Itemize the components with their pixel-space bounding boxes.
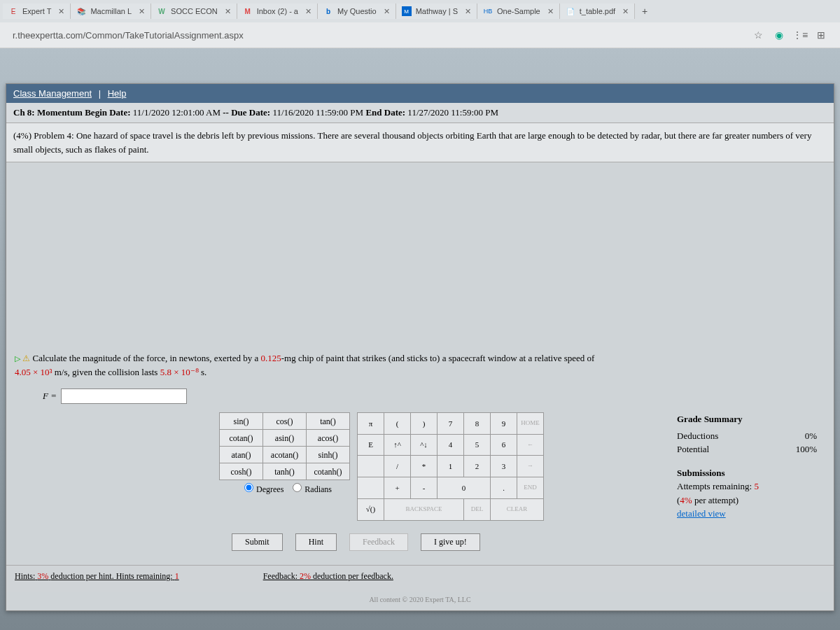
problem-label: (4%) Problem 4: [13, 130, 74, 141]
key-acos[interactable]: acos() [307, 430, 350, 447]
due-date: 11/16/2020 11:59:00 PM [272, 107, 363, 118]
key-tan[interactable]: tan() [307, 413, 350, 430]
key-3[interactable]: 3 [491, 456, 517, 477]
new-tab-button[interactable]: + [635, 3, 654, 20]
close-icon[interactable]: ✕ [58, 7, 64, 16]
q-mid1: -mg chip of paint that strikes (and stic… [281, 353, 595, 363]
key-sin[interactable]: sin() [220, 413, 263, 430]
tab-mathway[interactable]: M Mathway | S ✕ [396, 4, 477, 19]
key-sqrt[interactable]: √() [358, 498, 384, 520]
grammarly-icon[interactable]: ◉ [773, 29, 785, 41]
tab-macmillan[interactable]: 📚 Macmillan L ✕ [71, 4, 151, 19]
chapter-header: Ch 8: Momentum Begin Date: 11/1/2020 12:… [6, 103, 834, 123]
key-sub[interactable]: ^↓ [411, 434, 438, 456]
key-1[interactable]: 1 [438, 456, 464, 477]
key-clear[interactable]: CLEAR [491, 498, 544, 520]
key-atan[interactable]: atan() [220, 447, 263, 463]
class-management-link[interactable]: Class Management [13, 88, 92, 99]
key-mul[interactable]: * [411, 456, 438, 477]
copyright: All content © 2020 Expert TA, LLC [6, 592, 834, 610]
action-row: Submit Hint Feedback I give up! [232, 533, 825, 551]
key-end[interactable]: END [517, 477, 544, 499]
radians-radio[interactable] [293, 483, 302, 492]
key-asin[interactable]: asin() [263, 430, 307, 447]
tab-socc[interactable]: W SOCC ECON ✕ [151, 4, 237, 19]
close-icon[interactable]: ✕ [139, 7, 145, 16]
hint-button[interactable]: Hint [295, 533, 337, 551]
key-home[interactable]: HOME [517, 413, 544, 435]
star-icon[interactable]: ☆ [752, 29, 764, 41]
problem-statement: (4%) Problem 4: One hazard of space trav… [6, 123, 834, 162]
reading-list-icon[interactable]: ⋮≡ [794, 29, 806, 41]
problem-text: One hazard of space travel is the debris… [13, 130, 811, 155]
key-div[interactable]: / [384, 456, 411, 477]
tab-myquestion[interactable]: b My Questio ✕ [318, 4, 396, 19]
key-5[interactable]: 5 [464, 434, 491, 456]
key-acotan[interactable]: acotan() [263, 447, 307, 463]
answer-input[interactable] [61, 388, 187, 404]
key-sup[interactable]: ↑^ [384, 434, 411, 456]
extension-icon[interactable]: ⊞ [815, 29, 827, 41]
close-icon[interactable]: ✕ [465, 7, 471, 16]
key-cosh[interactable]: cosh() [220, 463, 263, 480]
close-icon[interactable]: ✕ [547, 7, 554, 16]
tabs-row: E Expert T ✕ 📚 Macmillan L ✕ W SOCC ECON… [0, 0, 840, 22]
tab-label: My Questio [337, 7, 377, 15]
key-plus[interactable]: + [384, 477, 411, 499]
tab-label: Inbox (2) - a [257, 7, 298, 15]
key-e[interactable]: E [358, 434, 384, 456]
key-left[interactable]: ← [517, 434, 544, 456]
key-cotan[interactable]: cotan() [220, 430, 263, 447]
key-blank2 [358, 477, 384, 499]
key-lparen[interactable]: ( [384, 413, 411, 435]
q-speed: 4.05 × 10³ [15, 367, 52, 377]
file-icon: 📄 [566, 6, 575, 16]
degrees-label: Degrees [256, 484, 284, 494]
numeric-keys: π ( ) 7 8 9 HOME E ↑^ ^↓ 4 5 6 [357, 412, 544, 521]
key-dot[interactable]: . [491, 477, 517, 499]
key-2[interactable]: 2 [464, 456, 491, 477]
key-right[interactable]: → [517, 456, 544, 477]
detailed-view-link[interactable]: detailed view [677, 507, 817, 521]
key-4[interactable]: 4 [438, 434, 464, 456]
tab-pdf[interactable]: 📄 t_table.pdf ✕ [560, 4, 635, 19]
close-icon[interactable]: ✕ [225, 7, 231, 16]
tab-onesample[interactable]: HB One-Sample ✕ [477, 4, 560, 19]
key-tanh[interactable]: tanh() [263, 463, 307, 480]
close-icon[interactable]: ✕ [384, 7, 390, 16]
end-label: End Date: [365, 107, 405, 118]
key-rparen[interactable]: ) [411, 413, 438, 435]
key-del[interactable]: DEL [464, 498, 491, 520]
deductions-value: 0% [805, 429, 817, 443]
key-pi[interactable]: π [358, 413, 384, 435]
tab-inbox[interactable]: M Inbox (2) - a ✕ [237, 4, 318, 19]
q-pre: Calculate the magnitude of the force, in… [33, 353, 261, 363]
question-block: ▷ ⚠ Calculate the magnitude of the force… [6, 344, 834, 565]
giveup-button[interactable]: I give up! [421, 533, 480, 551]
potential-value: 100% [796, 442, 817, 456]
address-bar[interactable]: r.theexpertta.com/Common/TakeTutorialAss… [6, 26, 745, 45]
answer-line: F = [43, 388, 187, 404]
close-icon[interactable]: ✕ [622, 7, 629, 16]
tab-expert[interactable]: E Expert T ✕ [3, 4, 71, 19]
site-icon: M [402, 6, 412, 16]
degrees-radio[interactable] [244, 483, 253, 492]
feedback-button[interactable]: Feedback [349, 533, 408, 551]
key-0[interactable]: 0 [438, 477, 491, 499]
key-9[interactable]: 9 [491, 413, 517, 435]
key-sinh[interactable]: sinh() [307, 447, 350, 463]
help-link[interactable]: Help [108, 88, 127, 99]
key-8[interactable]: 8 [464, 413, 491, 435]
browser-chrome: E Expert T ✕ 📚 Macmillan L ✕ W SOCC ECON… [0, 0, 840, 48]
angle-mode: Degrees Radians [219, 480, 350, 498]
key-6[interactable]: 6 [491, 434, 517, 456]
key-minus[interactable]: - [411, 477, 438, 499]
key-backspace[interactable]: BACKSPACE [384, 498, 464, 520]
close-icon[interactable]: ✕ [305, 7, 312, 16]
begin-date: 11/1/2020 12:01:00 AM [133, 107, 220, 118]
feedback-info: Feedback: 2% deduction per feedback. [263, 571, 393, 582]
key-cotanh[interactable]: cotanh() [307, 463, 350, 480]
key-7[interactable]: 7 [438, 413, 464, 435]
key-cos[interactable]: cos() [263, 413, 307, 430]
submit-button[interactable]: Submit [232, 533, 283, 551]
